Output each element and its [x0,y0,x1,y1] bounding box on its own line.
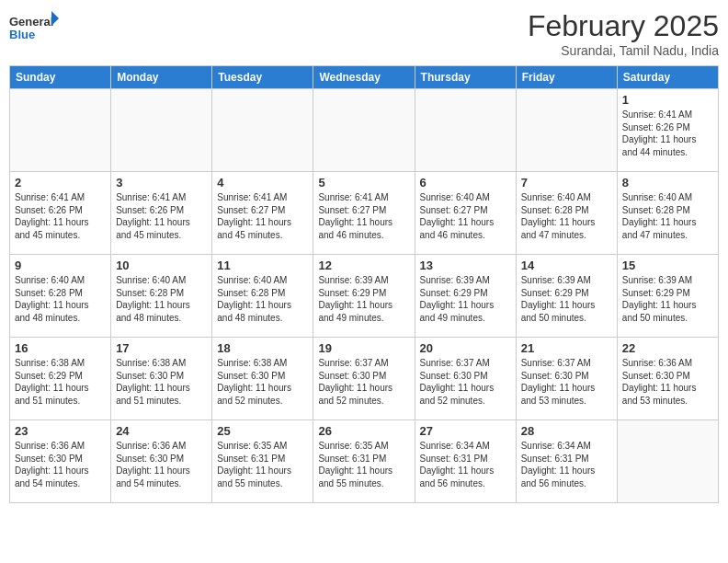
calendar-week-row: 1Sunrise: 6:41 AMSunset: 6:26 PMDaylight… [10,89,719,172]
calendar-cell: 19Sunrise: 6:37 AMSunset: 6:30 PMDayligh… [313,338,415,420]
calendar-cell: 16Sunrise: 6:38 AMSunset: 6:29 PMDayligh… [10,338,111,420]
calendar-cell [617,420,718,503]
day-number: 6 [420,176,511,190]
day-info: Sunrise: 6:37 AMSunset: 6:30 PMDaylight:… [318,357,409,407]
calendar-table: Sunday Monday Tuesday Wednesday Thursday… [9,65,719,503]
day-number: 28 [521,424,612,438]
day-number: 12 [318,259,409,272]
calendar-cell: 13Sunrise: 6:39 AMSunset: 6:29 PMDayligh… [415,255,516,338]
day-info: Sunrise: 6:39 AMSunset: 6:29 PMDaylight:… [318,274,409,324]
day-info: Sunrise: 6:37 AMSunset: 6:30 PMDaylight:… [521,357,612,407]
day-number: 24 [116,424,207,438]
day-info: Sunrise: 6:41 AMSunset: 6:27 PMDaylight:… [217,191,308,241]
day-number: 13 [420,259,511,272]
day-number: 18 [217,341,308,355]
day-info: Sunrise: 6:39 AMSunset: 6:29 PMDaylight:… [521,274,612,324]
main-title: February 2025 [528,9,719,43]
calendar-cell: 27Sunrise: 6:34 AMSunset: 6:31 PMDayligh… [415,420,516,503]
calendar-cell [111,89,212,172]
day-info: Sunrise: 6:36 AMSunset: 6:30 PMDaylight:… [15,440,106,489]
col-saturday: Saturday [617,66,718,89]
calendar-cell: 11Sunrise: 6:40 AMSunset: 6:28 PMDayligh… [212,255,313,338]
day-info: Sunrise: 6:38 AMSunset: 6:30 PMDaylight:… [116,357,207,407]
calendar-cell [516,89,617,172]
day-info: Sunrise: 6:39 AMSunset: 6:29 PMDaylight:… [420,274,511,324]
day-number: 14 [521,259,612,272]
calendar-cell: 9Sunrise: 6:40 AMSunset: 6:28 PMDaylight… [10,255,111,338]
day-info: Sunrise: 6:34 AMSunset: 6:31 PMDaylight:… [420,440,511,489]
col-thursday: Thursday [415,66,516,89]
calendar-week-row: 2Sunrise: 6:41 AMSunset: 6:26 PMDaylight… [10,172,719,255]
day-number: 25 [217,424,308,438]
calendar-cell: 21Sunrise: 6:37 AMSunset: 6:30 PMDayligh… [516,338,617,420]
day-number: 8 [622,176,713,190]
calendar-cell: 8Sunrise: 6:40 AMSunset: 6:28 PMDaylight… [617,172,718,255]
calendar-cell [10,89,111,172]
calendar-cell: 2Sunrise: 6:41 AMSunset: 6:26 PMDaylight… [10,172,111,255]
calendar-cell: 28Sunrise: 6:34 AMSunset: 6:31 PMDayligh… [516,420,617,503]
day-info: Sunrise: 6:39 AMSunset: 6:29 PMDaylight:… [622,274,713,324]
calendar-cell: 17Sunrise: 6:38 AMSunset: 6:30 PMDayligh… [111,338,212,420]
svg-marker-2 [51,11,59,26]
day-info: Sunrise: 6:41 AMSunset: 6:26 PMDaylight:… [622,109,713,158]
day-number: 21 [521,341,612,355]
day-number: 2 [15,176,106,190]
calendar-cell: 5Sunrise: 6:41 AMSunset: 6:27 PMDaylight… [313,172,415,255]
day-number: 26 [318,424,409,438]
subtitle: Surandai, Tamil Nadu, India [528,43,719,58]
day-info: Sunrise: 6:40 AMSunset: 6:28 PMDaylight:… [622,191,713,241]
calendar-cell: 7Sunrise: 6:40 AMSunset: 6:28 PMDaylight… [516,172,617,255]
day-number: 10 [116,259,207,272]
calendar-cell [415,89,516,172]
calendar-cell: 24Sunrise: 6:36 AMSunset: 6:30 PMDayligh… [111,420,212,503]
calendar-week-row: 23Sunrise: 6:36 AMSunset: 6:30 PMDayligh… [10,420,719,503]
calendar-cell: 23Sunrise: 6:36 AMSunset: 6:30 PMDayligh… [10,420,111,503]
day-number: 4 [217,176,308,190]
day-number: 17 [116,341,207,355]
day-info: Sunrise: 6:40 AMSunset: 6:28 PMDaylight:… [15,274,106,324]
calendar-cell: 6Sunrise: 6:40 AMSunset: 6:27 PMDaylight… [415,172,516,255]
calendar-cell: 14Sunrise: 6:39 AMSunset: 6:29 PMDayligh… [516,255,617,338]
day-info: Sunrise: 6:34 AMSunset: 6:31 PMDaylight:… [521,440,612,489]
day-info: Sunrise: 6:36 AMSunset: 6:30 PMDaylight:… [622,357,713,407]
day-info: Sunrise: 6:38 AMSunset: 6:30 PMDaylight:… [217,357,308,407]
day-number: 15 [622,259,713,272]
calendar-cell: 20Sunrise: 6:37 AMSunset: 6:30 PMDayligh… [415,338,516,420]
day-number: 20 [420,341,511,355]
calendar-cell: 22Sunrise: 6:36 AMSunset: 6:30 PMDayligh… [617,338,718,420]
col-sunday: Sunday [10,66,111,89]
day-number: 23 [15,424,106,438]
calendar-cell: 15Sunrise: 6:39 AMSunset: 6:29 PMDayligh… [617,255,718,338]
calendar-cell: 26Sunrise: 6:35 AMSunset: 6:31 PMDayligh… [313,420,415,503]
calendar-cell: 3Sunrise: 6:41 AMSunset: 6:26 PMDaylight… [111,172,212,255]
calendar-cell: 25Sunrise: 6:35 AMSunset: 6:31 PMDayligh… [212,420,313,503]
day-number: 1 [622,93,713,107]
logo: General Blue [9,9,59,50]
day-number: 9 [15,259,106,272]
day-info: Sunrise: 6:40 AMSunset: 6:28 PMDaylight:… [116,274,207,324]
svg-text:Blue: Blue [9,28,35,41]
calendar-cell: 10Sunrise: 6:40 AMSunset: 6:28 PMDayligh… [111,255,212,338]
day-number: 3 [116,176,207,190]
col-wednesday: Wednesday [313,66,415,89]
col-friday: Friday [516,66,617,89]
logo-icon: General Blue [9,9,59,50]
calendar-cell: 12Sunrise: 6:39 AMSunset: 6:29 PMDayligh… [313,255,415,338]
calendar-cell [313,89,415,172]
day-info: Sunrise: 6:38 AMSunset: 6:29 PMDaylight:… [15,357,106,407]
day-number: 7 [521,176,612,190]
day-info: Sunrise: 6:35 AMSunset: 6:31 PMDaylight:… [318,440,409,489]
day-number: 5 [318,176,409,190]
calendar-cell: 4Sunrise: 6:41 AMSunset: 6:27 PMDaylight… [212,172,313,255]
calendar-cell: 18Sunrise: 6:38 AMSunset: 6:30 PMDayligh… [212,338,313,420]
day-info: Sunrise: 6:41 AMSunset: 6:26 PMDaylight:… [15,191,106,241]
day-info: Sunrise: 6:36 AMSunset: 6:30 PMDaylight:… [116,440,207,489]
calendar-cell: 1Sunrise: 6:41 AMSunset: 6:26 PMDaylight… [617,89,718,172]
title-block: February 2025 Surandai, Tamil Nadu, Indi… [528,9,719,58]
day-info: Sunrise: 6:41 AMSunset: 6:26 PMDaylight:… [116,191,207,241]
header: General Blue February 2025 Surandai, Tam… [9,9,719,58]
day-info: Sunrise: 6:37 AMSunset: 6:30 PMDaylight:… [420,357,511,407]
calendar-week-row: 9Sunrise: 6:40 AMSunset: 6:28 PMDaylight… [10,255,719,338]
day-number: 19 [318,341,409,355]
day-number: 11 [217,259,308,272]
